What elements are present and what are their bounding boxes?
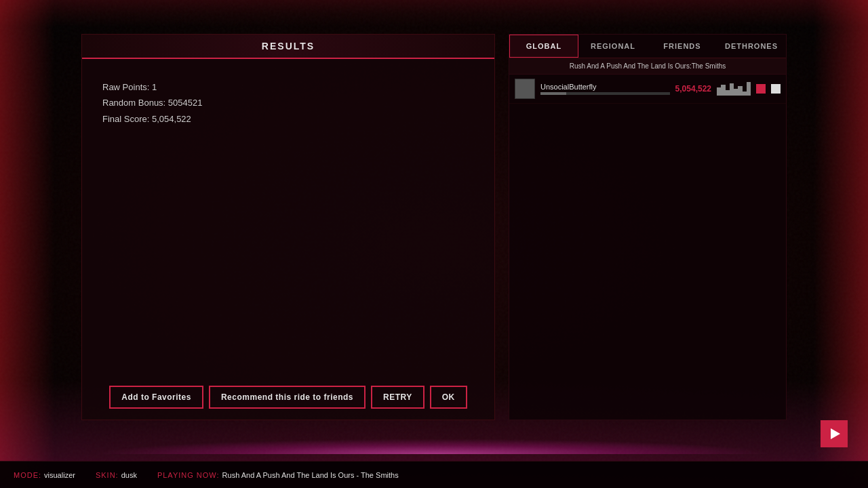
results-buttons: Add to Favorites Recommend this ride to …	[82, 375, 494, 420]
leaderboard-panel: GLOBAL REGIONAL FRIENDS DETHRONES Rush A…	[509, 34, 787, 420]
avatar	[515, 79, 535, 99]
random-bonus-value: 5054521	[168, 98, 203, 108]
results-panel: RESULTS Raw Points: 1 Random Bonus: 5054…	[81, 34, 495, 420]
leaderboard-tabs: GLOBAL REGIONAL FRIENDS DETHRONES	[509, 35, 786, 58]
score-bar-container	[540, 92, 670, 95]
raw-points-row: Raw Points: 1	[102, 79, 474, 95]
playing-label: PLAYING NOW:	[157, 471, 220, 479]
results-body: Raw Points: 1 Random Bonus: 5054521 Fina…	[82, 59, 494, 375]
leaderboard-entry: UnsocialButterfly 5,054,522	[509, 75, 786, 104]
score-info: Raw Points: 1 Random Bonus: 5054521 Fina…	[102, 79, 474, 127]
score-value: 5,054,522	[675, 84, 711, 94]
leaderboard-song-title: Rush And A Push And The Land Is Ours:The…	[509, 58, 786, 75]
tab-dethrones[interactable]: DETHRONES	[717, 35, 786, 58]
username: UnsocialButterfly	[540, 83, 670, 91]
score-bar	[540, 92, 566, 95]
raw-points-value: 1	[152, 82, 157, 92]
tab-regional[interactable]: REGIONAL	[578, 35, 648, 58]
recommend-button[interactable]: Recommend this ride to friends	[209, 386, 366, 409]
tab-friends[interactable]: FRIENDS	[648, 35, 717, 58]
top-texture	[0, 0, 868, 27]
skin-value: dusk	[121, 471, 137, 479]
final-score-label: Final Score:	[102, 114, 149, 124]
retry-button[interactable]: RETRY	[371, 386, 425, 409]
status-bar: MODE: visualizer SKIN: dusk PLAYING NOW:…	[0, 461, 868, 488]
results-title: RESULTS	[262, 41, 315, 52]
play-icon	[831, 428, 840, 439]
play-button[interactable]	[821, 420, 848, 447]
user-info: UnsocialButterfly	[540, 83, 670, 95]
skin-label: SKIN:	[96, 471, 119, 479]
random-bonus-row: Random Bonus: 5054521	[102, 95, 474, 110]
avatar-image	[515, 79, 534, 98]
mode-label: MODE:	[14, 471, 41, 479]
raw-points-label: Raw Points:	[102, 82, 149, 92]
results-header: RESULTS	[82, 35, 494, 59]
tab-global[interactable]: GLOBAL	[509, 35, 578, 58]
mode-value: visualizer	[44, 471, 75, 479]
random-bonus-label: Random Bonus:	[102, 98, 165, 108]
playing-value: Rush And A Push And The Land Is Ours - T…	[222, 471, 399, 479]
add-to-favorites-button[interactable]: Add to Favorites	[109, 386, 203, 409]
ok-button[interactable]: OK	[430, 386, 467, 409]
main-content: RESULTS Raw Points: 1 Random Bonus: 5054…	[81, 34, 787, 420]
crown-icon	[756, 84, 766, 94]
chart-bar	[747, 82, 751, 96]
final-score-value: 5,054,522	[152, 114, 191, 124]
score-chart	[717, 82, 751, 96]
final-score-row: Final Score: 5,054,522	[102, 111, 474, 127]
rank-square	[771, 84, 781, 94]
